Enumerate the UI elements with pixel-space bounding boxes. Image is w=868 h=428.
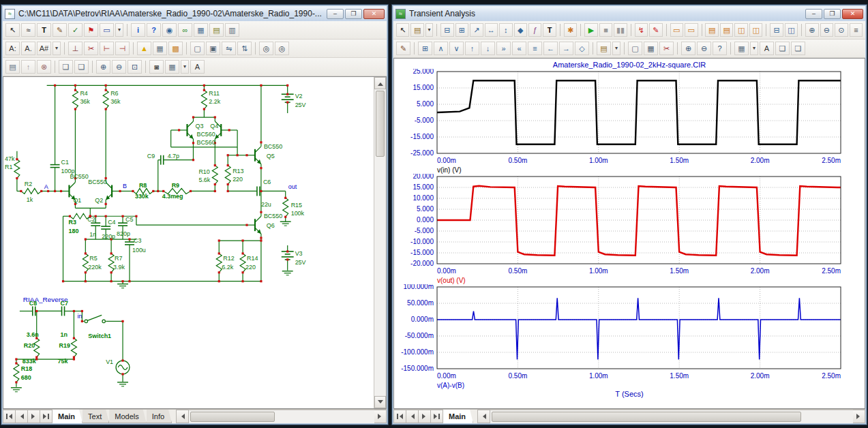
new-page-icon[interactable]: ▢ [190, 42, 205, 55]
check-errors-icon[interactable]: ▲ [137, 42, 151, 55]
scale-mode-icon[interactable]: ⊟ [440, 23, 453, 37]
panel-right-icon[interactable]: ◫ [749, 23, 762, 37]
flip-vertical-icon[interactable]: ⇅ [237, 42, 252, 55]
component-dropdown[interactable]: ▾ [115, 23, 123, 37]
picture-check-icon[interactable]: ✓ [68, 23, 83, 37]
formula-icon[interactable]: ƒ [528, 23, 541, 37]
scroll-up-button[interactable] [374, 77, 386, 89]
horizontal-scroll-thumb[interactable] [190, 412, 275, 422]
navigate-up-icon[interactable]: ↑ [21, 60, 35, 74]
info-mode-icon[interactable]: i [131, 23, 145, 37]
three-d-windows-icon[interactable]: ▦ [644, 42, 658, 55]
extend-wire-icon[interactable]: ⊢ [100, 42, 114, 55]
color-palette-icon[interactable]: ▩ [168, 42, 183, 55]
scroll-right-button[interactable] [374, 410, 387, 423]
text-mode-icon[interactable]: T [543, 23, 556, 37]
paste-icon[interactable]: ▤ [597, 42, 611, 55]
clipboard-dropdown[interactable]: ▾ [425, 23, 433, 37]
properties-icon[interactable]: ✱ [564, 23, 577, 37]
copy-icon[interactable]: ❏ [59, 60, 73, 74]
valley-icon[interactable]: ∨ [449, 42, 464, 55]
analysis-titlebar[interactable]: ≈ Transient Analysis – ❐ ✕ [393, 6, 865, 21]
peak-icon[interactable]: ∧ [434, 42, 448, 55]
tab-info[interactable]: Info [147, 410, 172, 423]
schematic-horizontal-scrollbar[interactable] [176, 410, 387, 423]
plot-3[interactable]: 100.000m50.000m0.000m-50.000m-100.000m-1… [395, 284, 864, 389]
flag-mode-icon[interactable]: ⚑ [84, 23, 98, 37]
point-tag-icon[interactable]: ↗ [470, 23, 483, 37]
horizontal-scroll-track[interactable] [490, 410, 853, 423]
grid-dropdown[interactable]: ▾ [750, 42, 758, 55]
zoom-out-icon[interactable]: ⊖ [697, 42, 711, 55]
stop-icon[interactable]: ■ [599, 23, 612, 37]
digital-path-icon[interactable]: ∞ [178, 23, 192, 37]
go-to-branch-icon[interactable]: ≡ [528, 42, 542, 55]
delete-plot-icon[interactable]: ▤ [720, 23, 733, 37]
grid-pattern-icon[interactable]: ▦ [165, 60, 179, 74]
paste-dropdown[interactable]: ▾ [612, 42, 620, 55]
split-vertical-icon[interactable]: ◫ [785, 23, 798, 37]
select-mode-icon[interactable]: ↖ [396, 23, 409, 37]
numeric-output-icon[interactable]: ▢ [628, 42, 642, 55]
font-icon[interactable]: A [190, 60, 205, 74]
schematic-vertical-scrollbar[interactable] [374, 77, 386, 408]
page-info-icon[interactable]: ▤ [5, 60, 20, 74]
analysis-horizontal-scrollbar[interactable] [477, 410, 865, 423]
tab-prev-button[interactable] [406, 410, 419, 423]
close-button[interactable]: ✕ [363, 9, 385, 19]
page-options-icon[interactable]: ▣ [206, 42, 220, 55]
point-to-point-icon[interactable]: ◉ [162, 23, 177, 37]
scroll-down-button[interactable] [374, 396, 386, 408]
zoom-in-icon[interactable]: ⊕ [805, 23, 818, 37]
tag-right-icon[interactable]: → [559, 42, 573, 55]
zoom-100-icon[interactable]: ⊡ [128, 60, 142, 74]
select-mode-icon[interactable]: ↖ [5, 23, 20, 37]
tag-left-icon[interactable]: ← [543, 42, 558, 55]
tab-first-button[interactable] [3, 410, 16, 423]
vertical-scroll-track[interactable] [374, 89, 386, 396]
font-icon[interactable]: A [760, 42, 774, 55]
horizontal-tag-icon[interactable]: ↔ [485, 23, 498, 37]
tab-main[interactable]: Main [53, 410, 83, 423]
flip-horizontal-icon[interactable]: ⇋ [222, 42, 236, 55]
attribute-text-icon[interactable]: A: [5, 42, 20, 55]
tab-next-button[interactable] [28, 410, 40, 423]
scroll-left-button[interactable] [477, 410, 490, 423]
tab-prev-button[interactable] [16, 410, 28, 423]
trim-wire-icon[interactable]: ⊣ [115, 42, 130, 55]
go-to-y-icon[interactable]: « [512, 42, 526, 55]
grid-dropdown[interactable]: ▾ [181, 60, 189, 74]
pause-icon[interactable]: ▮▮ [614, 23, 627, 37]
sheet-icon[interactable]: ▤ [209, 23, 224, 37]
print-preview-icon[interactable]: ▥ [225, 23, 239, 37]
schematic-canvas[interactable]: R436kR636kR112.2kV225VQ3Q4BC560BC560C94.… [3, 77, 374, 409]
minimize-button[interactable]: – [327, 9, 344, 19]
maximize-button[interactable]: ❐ [345, 9, 362, 19]
close-button[interactable]: ✕ [842, 9, 863, 19]
tab-next-button[interactable] [419, 410, 431, 423]
zoom-out-icon[interactable]: ⊖ [112, 60, 126, 74]
graphics-mode-icon[interactable]: ✎ [53, 23, 67, 37]
schematic-titlebar[interactable]: ≈ C:\MC11\DATA\Petrov\RIAA\Amaterske_Rad… [3, 6, 387, 21]
cursor-mode-icon[interactable]: ⊞ [455, 23, 468, 37]
split-horizontal-icon[interactable]: ⊟ [770, 23, 783, 37]
horizontal-grid-icon[interactable]: ⊞ [418, 42, 432, 55]
grid-text-icon[interactable]: A. [21, 42, 35, 55]
close-page-icon[interactable]: ⊗ [37, 60, 51, 74]
scroll-right-button[interactable] [853, 410, 865, 423]
zoom-help-icon[interactable]: ? [713, 42, 727, 55]
add-plot-icon[interactable]: ▤ [705, 23, 718, 37]
watch-icon[interactable]: ▭ [670, 23, 683, 37]
slicer-icon[interactable]: ✂ [659, 42, 674, 55]
zoom-auto-icon[interactable]: ⊙ [835, 23, 848, 37]
next-simulation-icon[interactable]: ◇ [575, 42, 589, 55]
plot-1[interactable]: 25.00015.0005.000-5.000-15.000-25.0000.0… [395, 69, 864, 174]
scroll-left-button[interactable] [176, 410, 189, 423]
find-next-icon[interactable]: ◎ [275, 42, 289, 55]
breakpoints-icon[interactable]: ▭ [685, 23, 698, 37]
wire-mode-icon[interactable]: ≈ [21, 23, 35, 37]
maximize-button[interactable]: ❐ [824, 9, 841, 19]
grid-pattern-icon[interactable]: ▦ [734, 42, 749, 55]
go-to-x-icon[interactable]: » [496, 42, 511, 55]
zoom-in-icon[interactable]: ⊕ [681, 42, 695, 55]
